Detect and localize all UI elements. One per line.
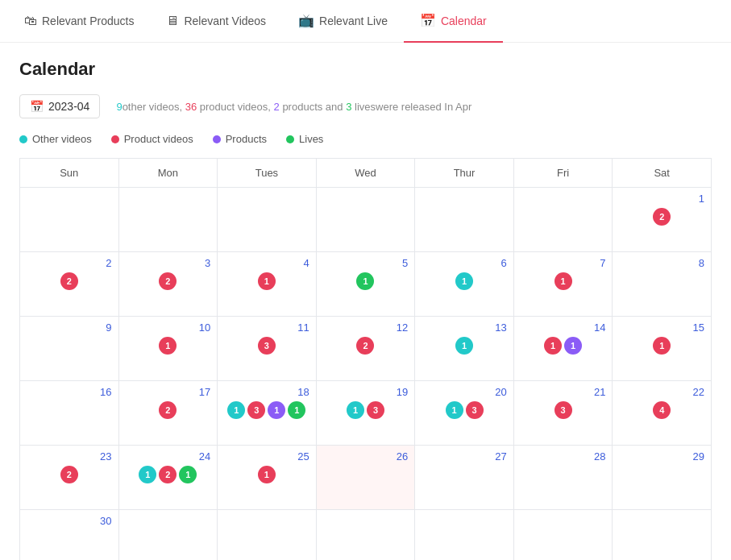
day-number: 28	[521, 450, 606, 463]
badge-purple: 1	[268, 401, 285, 419]
cell-day-12[interactable]: 12 2	[316, 317, 415, 381]
cell-day-14[interactable]: 14 1 1	[513, 317, 613, 381]
badges: 3	[521, 401, 606, 419]
badge-red: 1	[554, 272, 572, 290]
stats-text: 9other videos, 36 product videos, 2 prod…	[116, 101, 471, 113]
day-number: 15	[619, 321, 704, 334]
nav-label: Relevant Products	[42, 15, 134, 27]
legend-dot-green	[286, 135, 294, 143]
cell-day-25[interactable]: 25 1	[218, 446, 317, 510]
day-number: 22	[619, 386, 704, 398]
badge-cyan: 1	[446, 401, 463, 419]
day-number: 26	[323, 450, 409, 463]
badge-red: 1	[544, 337, 562, 355]
date-picker[interactable]: 📅 2023-04	[19, 94, 100, 118]
stat-product-label: product videos,	[197, 101, 273, 113]
legend-label: Product videos	[124, 133, 193, 145]
cell-empty-r6-4	[316, 510, 415, 561]
cell-day-23[interactable]: 23 2	[20, 446, 119, 510]
cell-day-16[interactable]: 16	[20, 381, 119, 446]
cell-empty-r6-3	[218, 510, 317, 561]
day-number: 23	[27, 450, 112, 463]
legend-label: Other videos	[32, 133, 92, 145]
day-number: 13	[422, 321, 507, 334]
calendar-row-2: 2 2 3 2 4 1 5	[20, 252, 712, 317]
calendar-row-1: 1 2	[20, 188, 712, 252]
cell-day-26[interactable]: 26	[316, 446, 415, 510]
cell-empty-r6-5	[415, 510, 514, 561]
cell-empty-4	[316, 188, 415, 252]
badges: 1	[619, 337, 704, 355]
cell-day-22[interactable]: 22 4	[613, 381, 712, 446]
day-number: 3	[126, 257, 211, 269]
badge-red: 1	[653, 337, 671, 355]
cell-day-6[interactable]: 6 1	[415, 252, 514, 317]
cell-empty-r6-2	[118, 510, 218, 561]
cell-day-20[interactable]: 20 1 3	[415, 381, 514, 446]
badges: 3	[224, 337, 309, 355]
badges: 1 3	[323, 401, 409, 419]
day-number: 17	[126, 386, 211, 398]
day-number: 24	[126, 450, 211, 463]
cell-day-28[interactable]: 28	[513, 446, 613, 510]
tv-icon: 📺	[298, 13, 314, 28]
day-number: 5	[323, 257, 409, 269]
badge-cyan: 1	[455, 272, 473, 290]
calendar-row-6: 30	[20, 510, 712, 561]
cell-day-3[interactable]: 3 2	[118, 252, 218, 317]
cell-day-27[interactable]: 27	[415, 446, 514, 510]
badge-red: 2	[653, 208, 671, 226]
stat-prefix: 9	[116, 101, 122, 113]
cell-day-29[interactable]: 29	[613, 446, 712, 510]
cell-day-15[interactable]: 15 1	[613, 317, 712, 381]
cell-day-24[interactable]: 24 1 2 1	[118, 446, 218, 510]
weekday-sat: Sat	[613, 159, 712, 188]
cell-day-1[interactable]: 1 2	[613, 188, 712, 252]
stat-other-label: other videos,	[123, 101, 185, 113]
cell-day-11[interactable]: 11 3	[218, 317, 317, 381]
badges: 1 3 1 1	[224, 401, 309, 419]
badges: 1	[323, 272, 409, 290]
nav-item-relevant-videos[interactable]: 🖥 Relevant Videos	[150, 0, 282, 43]
cell-day-4[interactable]: 4 1	[218, 252, 317, 317]
day-number: 6	[422, 257, 507, 269]
cell-day-19[interactable]: 19 1 3	[316, 381, 415, 446]
cell-day-2[interactable]: 2 2	[20, 252, 119, 317]
day-number: 2	[27, 257, 112, 269]
badges: 1	[521, 272, 606, 290]
legend-label: Lives	[299, 133, 323, 145]
cell-day-21[interactable]: 21 3	[513, 381, 613, 446]
badge-red: 2	[60, 466, 78, 483]
legend-dot-cyan	[19, 135, 27, 143]
day-number: 12	[323, 321, 409, 334]
cell-day-30[interactable]: 30	[20, 510, 119, 561]
badge-red: 2	[356, 337, 374, 355]
nav-item-calendar[interactable]: 📅 Calendar	[404, 0, 503, 43]
badge-red: 2	[159, 401, 177, 419]
cell-day-17[interactable]: 17 2	[118, 381, 218, 446]
cell-day-13[interactable]: 13 1	[415, 317, 514, 381]
badge-green: 1	[179, 466, 197, 483]
cell-day-10[interactable]: 10 1	[118, 317, 218, 381]
legend-label: Products	[226, 133, 267, 145]
top-nav: 🛍 Relevant Products 🖥 Relevant Videos 📺 …	[0, 0, 731, 43]
badges: 1	[422, 272, 507, 290]
day-number: 21	[521, 386, 606, 398]
legend-dot-purple	[213, 135, 221, 143]
day-number: 9	[27, 321, 112, 334]
cell-day-5[interactable]: 5 1	[316, 252, 415, 317]
nav-item-relevant-live[interactable]: 📺 Relevant Live	[282, 0, 404, 43]
bag-icon: 🛍	[24, 14, 37, 28]
badge-green: 1	[288, 401, 305, 419]
badge-red: 1	[258, 466, 276, 483]
badge-cyan: 1	[455, 337, 473, 355]
monitor-icon: 🖥	[166, 14, 179, 28]
cell-day-7[interactable]: 7 1	[513, 252, 613, 317]
day-number: 30	[27, 515, 112, 527]
cell-day-18[interactable]: 18 1 3 1 1	[218, 381, 317, 446]
cell-day-8[interactable]: 8	[613, 252, 712, 317]
nav-item-relevant-products[interactable]: 🛍 Relevant Products	[8, 0, 150, 43]
badges: 2	[27, 466, 112, 483]
stat-products-num: 2	[274, 101, 280, 113]
cell-day-9[interactable]: 9	[20, 317, 119, 381]
